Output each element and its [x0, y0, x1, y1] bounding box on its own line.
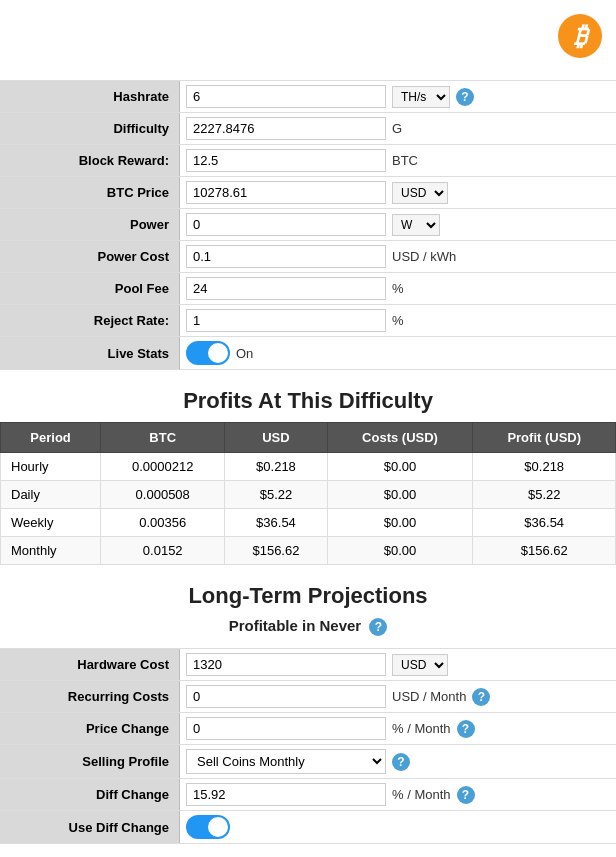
reject-rate-unit: %: [392, 313, 404, 328]
hardware-cost-input-area: USDEURGBP: [180, 649, 616, 680]
btc-price-row: BTC Price USDEURGBP: [0, 176, 616, 208]
power-cost-input-area: USD / kWh: [180, 241, 616, 272]
block-reward-unit: BTC: [392, 153, 418, 168]
pool-fee-input-area: %: [180, 273, 616, 304]
price-change-input-area: % / Month ?: [180, 713, 616, 744]
recurring-costs-help-icon[interactable]: ?: [472, 688, 490, 706]
profitable-help-icon[interactable]: ?: [369, 618, 387, 636]
block-reward-row: Block Reward: BTC: [0, 144, 616, 176]
hardware-cost-label: Hardware Cost: [0, 649, 180, 680]
recurring-costs-row: Recurring Costs USD / Month ?: [0, 680, 616, 712]
live-stats-toggle[interactable]: [186, 341, 230, 365]
diff-change-help-icon[interactable]: ?: [457, 786, 475, 804]
hashrate-row: Hashrate TH/sGH/sMH/s ?: [0, 80, 616, 112]
btc-price-currency-select[interactable]: USDEURGBP: [392, 182, 448, 204]
hashrate-input[interactable]: [186, 85, 386, 108]
projections-section: Long-Term Projections Profitable in Neve…: [0, 583, 616, 844]
power-label: Power: [0, 209, 180, 240]
bitcoin-logo: ₿: [558, 14, 602, 58]
selling-profile-input-area: Sell Coins Monthly Hold Coins Sell Coins…: [180, 745, 616, 778]
selling-profile-select[interactable]: Sell Coins Monthly Hold Coins Sell Coins…: [186, 749, 386, 774]
price-change-input[interactable]: [186, 717, 386, 740]
price-change-row: Price Change % / Month ?: [0, 712, 616, 744]
power-cost-row: Power Cost USD / kWh: [0, 240, 616, 272]
hashrate-help-icon[interactable]: ?: [456, 88, 474, 106]
reject-rate-row: Reject Rate: %: [0, 304, 616, 336]
hashrate-input-area: TH/sGH/sMH/s ?: [180, 81, 616, 112]
col-period: Period: [1, 423, 101, 453]
power-cost-input[interactable]: [186, 245, 386, 268]
power-cost-unit: USD / kWh: [392, 249, 456, 264]
recurring-costs-label: Recurring Costs: [0, 681, 180, 712]
btc-price-input[interactable]: [186, 181, 386, 204]
profits-section: Profits At This Difficulty Period BTC US…: [0, 388, 616, 565]
difficulty-row: Difficulty G: [0, 112, 616, 144]
selling-profile-label: Selling Profile: [0, 745, 180, 778]
col-costs: Costs (USD): [327, 423, 473, 453]
col-usd: USD: [225, 423, 327, 453]
block-reward-label: Block Reward:: [0, 145, 180, 176]
profits-table: Period BTC USD Costs (USD) Profit (USD) …: [0, 422, 616, 565]
power-unit-select[interactable]: WkW: [392, 214, 440, 236]
price-change-unit: % / Month: [392, 721, 451, 736]
use-diff-change-row: Use Diff Change: [0, 810, 616, 844]
pool-fee-input[interactable]: [186, 277, 386, 300]
difficulty-label: Difficulty: [0, 113, 180, 144]
main-form: Hashrate TH/sGH/sMH/s ? Difficulty G Blo…: [0, 80, 616, 370]
diff-change-input[interactable]: [186, 783, 386, 806]
hashrate-label: Hashrate: [0, 81, 180, 112]
use-diff-change-label: Use Diff Change: [0, 811, 180, 843]
live-stats-toggle-label: On: [236, 346, 253, 361]
table-row: Daily0.000508$5.22$0.00$5.22: [1, 481, 616, 509]
hardware-cost-input[interactable]: [186, 653, 386, 676]
live-stats-input-area: On: [180, 337, 616, 369]
diff-change-unit: % / Month: [392, 787, 451, 802]
pool-fee-unit: %: [392, 281, 404, 296]
reject-rate-input[interactable]: [186, 309, 386, 332]
recurring-costs-input[interactable]: [186, 685, 386, 708]
col-btc: BTC: [101, 423, 225, 453]
power-input[interactable]: [186, 213, 386, 236]
profitable-value: Never: [319, 617, 361, 634]
hashrate-unit-select[interactable]: TH/sGH/sMH/s: [392, 86, 450, 108]
hardware-cost-currency-select[interactable]: USDEURGBP: [392, 654, 448, 676]
block-reward-input[interactable]: [186, 149, 386, 172]
block-reward-input-area: BTC: [180, 145, 616, 176]
hardware-cost-row: Hardware Cost USDEURGBP: [0, 648, 616, 680]
price-change-label: Price Change: [0, 713, 180, 744]
price-change-help-icon[interactable]: ?: [457, 720, 475, 738]
btc-price-input-area: USDEURGBP: [180, 177, 616, 208]
table-row: Weekly0.00356$36.54$0.00$36.54: [1, 509, 616, 537]
power-cost-label: Power Cost: [0, 241, 180, 272]
projections-title: Long-Term Projections: [0, 583, 616, 609]
diff-change-input-area: % / Month ?: [180, 779, 616, 810]
power-input-area: WkW: [180, 209, 616, 240]
reject-rate-input-area: %: [180, 305, 616, 336]
difficulty-input[interactable]: [186, 117, 386, 140]
difficulty-unit: G: [392, 121, 402, 136]
selling-profile-row: Selling Profile Sell Coins Monthly Hold …: [0, 744, 616, 778]
difficulty-input-area: G: [180, 113, 616, 144]
btc-price-label: BTC Price: [0, 177, 180, 208]
power-row: Power WkW: [0, 208, 616, 240]
col-profit: Profit (USD): [473, 423, 616, 453]
recurring-costs-unit: USD / Month: [392, 689, 466, 704]
live-stats-label: Live Stats: [0, 337, 180, 369]
pool-fee-label: Pool Fee: [0, 273, 180, 304]
recurring-costs-input-area: USD / Month ?: [180, 681, 616, 712]
use-diff-change-input-area: [180, 811, 616, 843]
pool-fee-row: Pool Fee %: [0, 272, 616, 304]
table-row: Hourly0.0000212$0.218$0.00$0.218: [1, 453, 616, 481]
selling-profile-help-icon[interactable]: ?: [392, 753, 410, 771]
table-row: Monthly0.0152$156.62$0.00$156.62: [1, 537, 616, 565]
diff-change-label: Diff Change: [0, 779, 180, 810]
diff-change-row: Diff Change % / Month ?: [0, 778, 616, 810]
profits-title: Profits At This Difficulty: [0, 388, 616, 414]
reject-rate-label: Reject Rate:: [0, 305, 180, 336]
profitable-row: Profitable in Never ?: [0, 617, 616, 636]
use-diff-change-toggle[interactable]: [186, 815, 230, 839]
live-stats-row: Live Stats On: [0, 336, 616, 370]
